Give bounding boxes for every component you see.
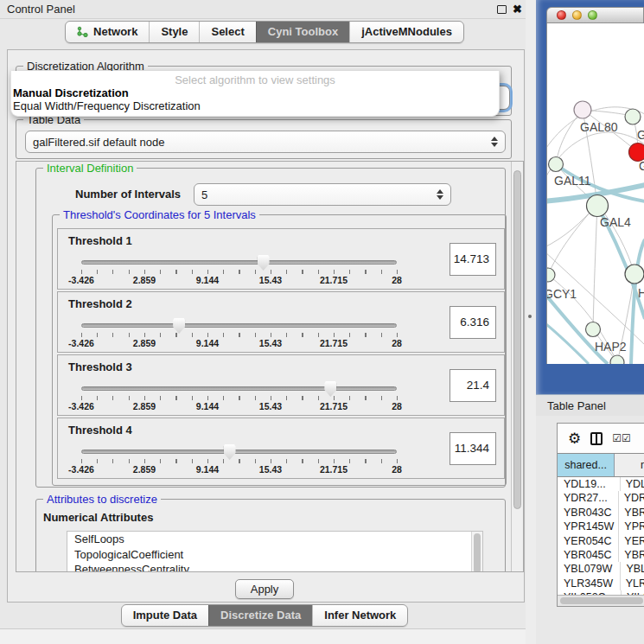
dropdown-option-equal-width-frequency[interactable]: Equal Width/Frequency Discretization (13, 99, 201, 112)
cell: YBR043C (558, 506, 619, 520)
list-item[interactable]: BetweennessCentrality (67, 562, 482, 572)
bottom-tab-bar: Impute Data Discretize Data Infer Networ… (0, 604, 529, 627)
network-view-canvas[interactable]: GAL80 GA G GAL11 GAL4 GCY1 H HAP2 (546, 23, 644, 364)
split-pane-divider[interactable] (526, 0, 536, 644)
slider-thumb[interactable] (173, 318, 185, 334)
slider-track[interactable] (81, 260, 397, 265)
tab-jactivemnodules[interactable]: jActiveMNodules (349, 22, 463, 42)
tick-label: 28 (392, 464, 402, 475)
table-row[interactable]: YBL079WYBL0 (558, 562, 644, 576)
column-layout-icon[interactable] (590, 432, 603, 445)
slider-ticks (81, 459, 398, 463)
threshold-value-field[interactable]: 14.713 (450, 243, 496, 276)
node-label-hap2: HAP2 (595, 340, 627, 354)
cell: YLR345W (558, 577, 621, 590)
close-icon[interactable]: ✖ (513, 3, 522, 15)
table-row[interactable]: YER054CYER0 (558, 534, 644, 548)
node-hap2[interactable] (586, 322, 601, 337)
scrollbar-thumb[interactable] (474, 533, 481, 572)
scrollbar-thumb[interactable] (560, 597, 643, 604)
divider-grab-handle[interactable] (528, 315, 532, 318)
slider-ticks (81, 270, 398, 274)
checkbox-icons[interactable]: ☑☑ (612, 432, 631, 444)
list-item[interactable]: TopologicalCoefficient (67, 547, 482, 563)
tab-impute-data[interactable]: Impute Data (122, 605, 208, 626)
threshold-slider-1[interactable]: -3.426 2.859 9.144 15.43 21.715 28 (81, 254, 397, 285)
slider-thumb[interactable] (224, 444, 236, 460)
node-gal80[interactable] (574, 101, 591, 118)
table-data-combobox[interactable]: galFiltered.sif default node (25, 131, 506, 153)
zoom-traffic-light-icon[interactable] (588, 10, 597, 20)
dropdown-option-manual-discretization[interactable]: Manual Discretization (13, 86, 129, 99)
float-window-icon[interactable] (497, 5, 507, 14)
table-row[interactable]: YDR27...YDR2 (558, 491, 644, 505)
cell: YBL0 (621, 562, 644, 576)
tick-label: 21.715 (320, 464, 348, 475)
threshold-value-field[interactable]: 6.316 (450, 306, 496, 339)
node-label-gal4: GAL4 (600, 215, 631, 229)
slider-track[interactable] (81, 450, 397, 454)
table-panel-title: Table Panel (547, 399, 606, 412)
table-row[interactable]: YDL19...YDL1 (558, 477, 644, 491)
right-region: GAL80 GA G GAL11 GAL4 GCY1 H HAP2 Table … (536, 0, 644, 644)
slider-track[interactable] (81, 386, 397, 391)
node-gal4[interactable] (587, 195, 609, 217)
threshold-slider-2[interactable]: -3.426 2.859 9.144 15.43 21.715 28 (81, 317, 397, 348)
table-row[interactable]: YPR145WYPR1 (558, 520, 644, 533)
slider-thumb[interactable] (324, 381, 336, 397)
threshold-value-field[interactable]: 11.344 (450, 432, 496, 465)
tick-label: 21.715 (320, 275, 348, 285)
cell: YBL079W (558, 562, 621, 576)
tab-network[interactable]: Network (66, 22, 149, 42)
minimize-traffic-light-icon[interactable] (572, 10, 582, 20)
table-body: YDL19...YDL1 YDR27...YDR2 YBR043CYBR0 YP… (558, 477, 644, 605)
numerical-attributes-list[interactable]: SelfLoops TopologicalCoefficient Between… (67, 531, 483, 572)
threshold-slider-4[interactable]: -3.426 2.859 9.144 15.43 21.715 28 (81, 443, 397, 475)
table-data-group: Table Data galFiltered.sif default node (16, 119, 512, 159)
slider-thumb[interactable] (258, 255, 270, 271)
list-item[interactable]: SelfLoops (67, 532, 482, 547)
tick-label: 2.859 (133, 401, 156, 411)
tab-cyni-toolbox[interactable]: Cyni Toolbox (256, 22, 349, 42)
gear-icon[interactable]: ⚙ (568, 431, 581, 446)
tick-label: 28 (392, 338, 402, 348)
threshold-value-field[interactable]: 21.4 (450, 369, 496, 402)
table-row[interactable]: YBR043CYBR0 (558, 506, 644, 520)
close-traffic-light-icon[interactable] (557, 10, 566, 20)
combobox-spinner-icon (491, 137, 498, 147)
tick-label: -3.426 (68, 401, 94, 411)
node-gal11[interactable] (549, 157, 564, 172)
tab-style[interactable]: Style (149, 22, 199, 42)
tab-select[interactable]: Select (199, 22, 255, 42)
scrollbar-thumb[interactable] (513, 170, 521, 509)
node-partial-bottom[interactable] (610, 355, 624, 364)
cell: YBR0 (619, 548, 644, 562)
control-panel-titlebar: Control Panel ✖ (0, 0, 529, 19)
vertical-scrollbar[interactable] (511, 162, 523, 571)
cell: YDL1 (621, 477, 644, 491)
horizontal-scrollbar[interactable] (558, 595, 644, 606)
column-header-shared[interactable]: shared... (558, 454, 615, 476)
cell: YLR3 (621, 577, 644, 590)
node-label-partial-low: H (638, 286, 644, 300)
threshold-slider-3[interactable]: -3.426 2.859 9.144 15.43 21.715 28 (81, 380, 397, 411)
table-row[interactable]: YBR045CYBR0 (558, 548, 644, 562)
tick-label: 15.43 (259, 338, 282, 348)
column-header-label: na (641, 459, 644, 471)
tick-label: -3.426 (68, 338, 94, 348)
tick-label: 28 (392, 275, 402, 285)
number-of-intervals-combobox[interactable]: 5 (194, 183, 451, 206)
column-header-name[interactable]: na (615, 454, 644, 476)
apply-button[interactable]: Apply (235, 579, 294, 599)
tab-infer-network[interactable]: Infer Network (312, 605, 407, 626)
table-row[interactable]: YLR345WYLR3 (558, 577, 644, 590)
settings-scroll-pane: Interval Definition Number of Intervals … (16, 161, 524, 572)
node-partial-top[interactable] (625, 109, 641, 124)
list-scrollbar[interactable] (471, 532, 482, 572)
dropdown-hint-item: Select algorithm to view settings (11, 73, 499, 86)
slider-track[interactable] (81, 323, 397, 328)
node-partial-right[interactable] (625, 265, 644, 284)
network-window-titlebar[interactable] (546, 7, 644, 23)
node-label-gal80: GAL80 (580, 120, 618, 134)
tab-discretize-data[interactable]: Discretize Data (208, 605, 312, 626)
